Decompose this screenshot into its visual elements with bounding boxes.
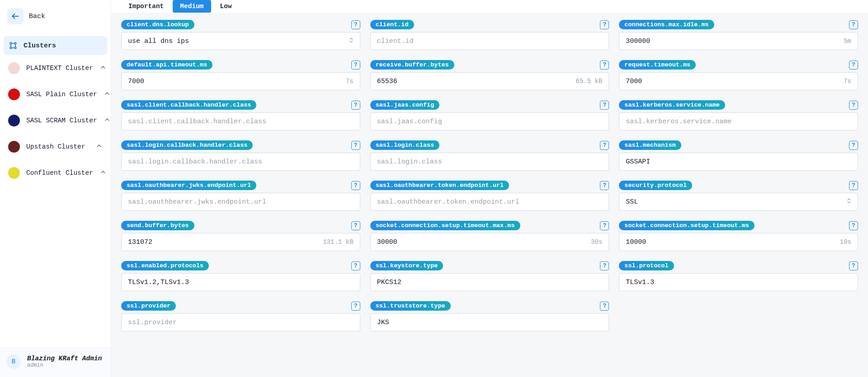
- config-key-pill: client.id: [370, 20, 414, 29]
- config-key-pill: sasl.login.class: [370, 140, 440, 150]
- config-key-pill: ssl.provider: [121, 301, 176, 311]
- help-icon[interactable]: ?: [849, 261, 858, 270]
- clusters-icon: [8, 41, 18, 51]
- select-caret-icon[interactable]: [348, 37, 360, 46]
- config-input[interactable]: [371, 314, 609, 331]
- config-input[interactable]: [122, 73, 346, 90]
- config-input[interactable]: [619, 153, 858, 170]
- config-input-wrap: 5m: [619, 32, 858, 50]
- config-input[interactable]: [122, 153, 360, 170]
- config-key-pill: client.dns.lookup: [121, 20, 194, 29]
- help-icon[interactable]: ?: [351, 221, 360, 230]
- config-key-pill: sasl.oauthbearer.token.endpoint.url: [370, 181, 509, 190]
- cluster-label: SASL SCRAM Cluster: [26, 117, 97, 124]
- config-input[interactable]: [122, 233, 323, 251]
- help-icon[interactable]: ?: [351, 261, 360, 270]
- help-icon[interactable]: ?: [351, 61, 360, 70]
- tab-important[interactable]: Important: [121, 0, 171, 13]
- config-field: sasl.jaas.config?: [370, 100, 609, 130]
- config-input[interactable]: [371, 73, 576, 90]
- sidebar-section-clusters[interactable]: Clusters: [4, 36, 107, 55]
- arrow-left-icon: [7, 8, 24, 24]
- config-input-wrap: [121, 153, 360, 171]
- config-input-wrap: [121, 193, 360, 211]
- help-icon[interactable]: ?: [600, 20, 609, 29]
- help-icon[interactable]: ?: [849, 61, 858, 70]
- config-field: ssl.enabled.protocols?: [121, 261, 360, 291]
- back-button[interactable]: Back: [4, 5, 107, 28]
- config-input[interactable]: [371, 274, 609, 291]
- help-icon[interactable]: ?: [600, 302, 609, 311]
- config-input[interactable]: [619, 113, 858, 130]
- config-input[interactable]: [619, 193, 846, 210]
- user-role: admin: [27, 362, 102, 368]
- sidebar-cluster-item[interactable]: PLAINTEXT Cluster: [4, 55, 107, 81]
- chevron-up-icon: [99, 64, 107, 73]
- config-input-wrap: [619, 273, 858, 291]
- sidebar-cluster-item[interactable]: SASL Plain Cluster: [4, 81, 107, 107]
- chevron-up-icon: [99, 168, 107, 178]
- config-key-pill: socket.connection.setup.timeout.max.ms: [370, 221, 520, 230]
- help-icon[interactable]: ?: [849, 221, 858, 230]
- avatar[interactable]: B: [6, 354, 21, 369]
- help-icon[interactable]: ?: [600, 221, 609, 230]
- config-input[interactable]: [122, 314, 360, 331]
- config-input[interactable]: [122, 193, 360, 210]
- config-key-pill: send.buffer.bytes: [121, 221, 194, 230]
- config-input[interactable]: [619, 233, 840, 251]
- config-key-pill: sasl.kerberos.service.name: [619, 100, 725, 110]
- config-input[interactable]: [619, 73, 844, 90]
- config-field: socket.connection.setup.timeout.max.ms?3…: [370, 221, 609, 251]
- tab-low[interactable]: Low: [213, 0, 239, 13]
- config-input-wrap: [370, 193, 609, 211]
- tab-medium[interactable]: Medium: [173, 0, 211, 13]
- config-field: default.api.timeout.ms?7s: [121, 60, 360, 90]
- help-icon[interactable]: ?: [849, 181, 858, 190]
- help-icon[interactable]: ?: [849, 20, 858, 29]
- value-suffix: 131.1 kB: [323, 238, 359, 246]
- select-caret-icon[interactable]: [846, 198, 858, 206]
- config-input-wrap: 7s: [619, 72, 858, 90]
- back-label: Back: [29, 13, 45, 20]
- config-field: send.buffer.bytes?131.1 kB: [121, 221, 360, 251]
- cluster-label: SASL Plain Cluster: [26, 91, 97, 98]
- help-icon[interactable]: ?: [351, 181, 360, 190]
- help-icon[interactable]: ?: [351, 101, 360, 110]
- config-input-wrap: [121, 273, 360, 291]
- sidebar-cluster-item[interactable]: SASL SCRAM Cluster: [4, 107, 107, 134]
- help-icon[interactable]: ?: [351, 20, 360, 29]
- config-field: security.protocol?: [619, 181, 858, 211]
- config-input[interactable]: [619, 33, 844, 50]
- config-key-pill: security.protocol: [619, 181, 692, 190]
- sidebar: Back Clusters PLAINTEXT ClusterSASL Plai…: [0, 0, 111, 377]
- config-field: sasl.kerberos.service.name?: [619, 100, 858, 130]
- help-icon[interactable]: ?: [600, 261, 609, 270]
- help-icon[interactable]: ?: [849, 101, 858, 110]
- help-icon[interactable]: ?: [351, 302, 360, 311]
- help-icon[interactable]: ?: [600, 181, 609, 190]
- config-input[interactable]: [122, 113, 360, 130]
- config-input[interactable]: [371, 33, 609, 50]
- chevron-up-icon: [104, 90, 111, 99]
- config-input[interactable]: [371, 153, 609, 170]
- config-input[interactable]: [122, 274, 360, 291]
- config-input[interactable]: [371, 113, 609, 130]
- help-icon[interactable]: ?: [849, 141, 858, 150]
- help-icon[interactable]: ?: [351, 141, 360, 150]
- cluster-label: PLAINTEXT Cluster: [26, 65, 93, 72]
- config-field: request.timeout.ms?7s: [619, 60, 858, 90]
- config-input[interactable]: [619, 274, 858, 291]
- sidebar-cluster-item[interactable]: Confluent Cluster: [4, 160, 107, 186]
- config-input[interactable]: [122, 33, 348, 50]
- help-icon[interactable]: ?: [600, 61, 609, 70]
- value-suffix: 7s: [346, 78, 360, 85]
- main: ImportantMediumLow client.dns.lookup?cli…: [111, 0, 868, 377]
- value-suffix: 65.5 kB: [576, 78, 609, 85]
- config-input-wrap: [370, 153, 609, 171]
- config-input-wrap: 30s: [370, 233, 609, 251]
- help-icon[interactable]: ?: [600, 101, 609, 110]
- config-input[interactable]: [371, 193, 609, 210]
- help-icon[interactable]: ?: [600, 141, 609, 150]
- config-input[interactable]: [371, 233, 591, 251]
- sidebar-cluster-item[interactable]: Upstash Cluster: [4, 134, 107, 160]
